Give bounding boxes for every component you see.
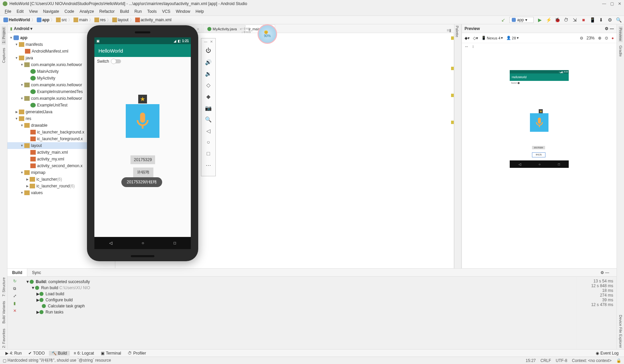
tab-preview[interactable]: Preview: [619, 26, 623, 42]
emu-button-1[interactable]: 20175329: [130, 155, 155, 164]
menu-window[interactable]: Window: [174, 8, 192, 14]
bottom-todo[interactable]: ✔ TODO: [26, 351, 47, 356]
emu-power-icon[interactable]: ⏻: [204, 46, 213, 55]
menu-vcs[interactable]: VCS: [160, 8, 173, 14]
expand-icon[interactable]: ⤢: [13, 294, 17, 298]
debug-button[interactable]: 🐞: [555, 17, 560, 23]
zoom-fit-icon[interactable]: ⊙: [605, 36, 608, 40]
breadcrumb-src[interactable]: src: [55, 18, 67, 22]
menu-run[interactable]: Run: [132, 8, 144, 14]
breadcrumb-app[interactable]: app: [36, 18, 50, 22]
menu-view[interactable]: View: [27, 8, 40, 14]
close-build-icon[interactable]: ✕: [13, 308, 17, 313]
run-button[interactable]: ▶: [537, 17, 542, 23]
breadcrumb-file[interactable]: activity_main.xml: [135, 18, 172, 22]
menu-navigate[interactable]: Navigate: [41, 8, 61, 14]
tab-project[interactable]: 1: Project: [2, 26, 6, 44]
emu-home-icon[interactable]: ○: [204, 138, 213, 147]
emu-back-icon[interactable]: ◁: [204, 126, 213, 135]
close-button[interactable]: ✕: [618, 1, 621, 6]
tab-device-explorer[interactable]: Device File Explorer: [619, 313, 623, 349]
menu-tools[interactable]: Tools: [145, 8, 159, 14]
project-view-selector[interactable]: Android ▾: [14, 26, 32, 31]
zoom-out-icon[interactable]: ⊖: [580, 36, 583, 40]
menu-build[interactable]: Build: [118, 8, 131, 14]
emulator-window[interactable]: ▣◢◧1:21 HelloWorld Switch ★ 20175329 许钰玮…: [87, 25, 216, 261]
bottom-terminal[interactable]: ▣ Terminal: [98, 351, 124, 356]
attach-debugger-button[interactable]: ⇲: [572, 17, 577, 23]
profile-button[interactable]: ⏱: [563, 17, 569, 23]
maximize-button[interactable]: ▢: [610, 1, 614, 6]
avd-manager-icon[interactable]: 📱: [590, 17, 595, 23]
emu-camera-icon[interactable]: 📷: [204, 103, 213, 112]
palette-tab[interactable]: Palette: [454, 24, 460, 38]
emu-rotate-left-icon[interactable]: ◇: [204, 81, 213, 89]
menu-help[interactable]: Help: [194, 8, 206, 14]
sdk-manager-icon[interactable]: ⬇: [598, 17, 604, 23]
emu-overview-icon[interactable]: □: [204, 149, 213, 158]
breadcrumb-layout[interactable]: layout: [112, 18, 129, 22]
menu-edit[interactable]: Edit: [14, 8, 26, 14]
menu-refactor[interactable]: Refactor: [97, 8, 117, 14]
status-context[interactable]: Context: <no context>: [572, 358, 612, 363]
preview-canvas[interactable]: ▿◢◧ 8:00 HelloWorld Switch ⬤ ★ 20175329 …: [462, 50, 617, 268]
build-tab-sync[interactable]: Sync: [27, 269, 46, 276]
device-selector[interactable]: 📱 Nexus 4 ▾: [481, 36, 503, 40]
tab-options-icon[interactable]: ≡▮: [447, 28, 451, 33]
emu-more-icon[interactable]: ⋯: [204, 161, 213, 170]
emu-volume-down-icon[interactable]: 🔉: [204, 69, 213, 78]
rerun-icon[interactable]: ↻: [13, 279, 17, 283]
tab-structure[interactable]: 7: Structure: [2, 276, 6, 298]
status-line-sep[interactable]: CRLF: [540, 358, 551, 363]
bottom-logcat[interactable]: ≡ 6: Logcat: [71, 351, 97, 356]
emu-nav-bar[interactable]: ◁○□: [94, 237, 191, 249]
menu-analyze[interactable]: Analyze: [78, 8, 96, 14]
build-settings-icon[interactable]: ⚙ —: [596, 269, 614, 276]
assistant-bubble[interactable]: 😊90%: [258, 24, 277, 44]
tab-favorites[interactable]: 2: Favorites: [2, 327, 6, 349]
run-config-selector[interactable]: app ▾: [509, 17, 534, 23]
tab-gradle[interactable]: Gradle: [619, 44, 623, 58]
zoom-in-icon[interactable]: ⊕: [598, 36, 601, 40]
menu-code[interactable]: Code: [62, 8, 76, 14]
tab-captures[interactable]: Captures: [2, 47, 6, 64]
apply-changes-button[interactable]: ⚡: [546, 17, 551, 23]
android-icon[interactable]: ▮: [13, 301, 16, 306]
emu-rotate-right-icon[interactable]: ◆: [204, 92, 213, 101]
tab-build-variants[interactable]: Build Variants: [2, 300, 6, 325]
bottom-build[interactable]: 🔨 Build: [49, 351, 70, 356]
emulator-screen[interactable]: ▣◢◧1:21 HelloWorld Switch ★ 20175329 许钰玮…: [94, 37, 191, 249]
bottom-eventlog[interactable]: ◉ Event Log: [593, 351, 621, 356]
status-icon[interactable]: ▢: [3, 358, 6, 363]
breadcrumb-main[interactable]: main: [73, 18, 88, 22]
design-surface-icon[interactable]: ◆▾: [465, 36, 470, 40]
menu-file[interactable]: FFileile: [3, 8, 13, 14]
orientation-icon[interactable]: ◇▾: [473, 36, 478, 40]
pan-h-icon[interactable]: ↔: [465, 44, 469, 49]
status-lock-icon[interactable]: 🔒: [616, 358, 621, 363]
pan-v-icon[interactable]: ↕: [472, 44, 474, 49]
filter-icon[interactable]: ⧉: [13, 286, 16, 291]
preview-settings-icon[interactable]: ⚙: [605, 26, 608, 31]
preview-hide-icon[interactable]: —: [610, 26, 614, 31]
emu-button-2[interactable]: 许钰玮: [133, 168, 153, 177]
emu-volume-up-icon[interactable]: 🔊: [204, 58, 213, 66]
breadcrumb-res[interactable]: res: [94, 18, 106, 22]
warnings-icon[interactable]: ●: [612, 36, 614, 40]
emu-close-icon[interactable]: ✕: [210, 40, 213, 43]
build-tab-build[interactable]: Build: [7, 269, 27, 276]
project-structure-icon[interactable]: ⚙: [607, 17, 613, 23]
status-encoding[interactable]: UTF-8: [556, 358, 567, 363]
bottom-profiler[interactable]: ⏱ Profiler: [125, 351, 149, 356]
minimize-button[interactable]: —: [602, 1, 606, 6]
stop-button[interactable]: ■: [581, 17, 586, 23]
breadcrumb-root[interactable]: HelloWorld: [3, 18, 31, 22]
emu-zoom-icon[interactable]: 🔍: [204, 115, 213, 124]
api-selector[interactable]: 👤 28 ▾: [506, 36, 518, 40]
sync-icon[interactable]: ↙: [501, 17, 506, 23]
emu-minimize-icon[interactable]: —: [204, 40, 207, 43]
search-icon[interactable]: 🔍: [616, 17, 621, 23]
bottom-run[interactable]: ▶ 4: Run: [3, 351, 24, 356]
status-line-col[interactable]: 15:27: [526, 358, 536, 363]
emu-switch[interactable]: Switch: [94, 57, 191, 66]
